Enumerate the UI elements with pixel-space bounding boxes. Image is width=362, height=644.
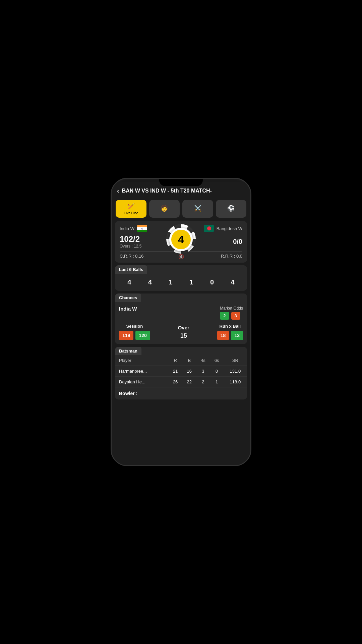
- player-2-6s: 1: [210, 377, 224, 387]
- ball-5: 0: [210, 278, 214, 286]
- runball-btn-2[interactable]: 13: [231, 331, 243, 340]
- chances-team-name: India W: [119, 306, 137, 312]
- col-6s: 6s: [210, 355, 224, 366]
- team-right-name: Bangldesh W: [217, 226, 242, 231]
- batsman-card: Batsman Player R B 4s 6s SR Harmanpree..…: [115, 347, 247, 399]
- table-header-row: Player R B 4s 6s SR: [115, 355, 247, 366]
- phone-frame: ‹ BAN W VS IND W - 5th T20 MATCH- 🏏 Live…: [111, 178, 251, 466]
- runball-btn-1[interactable]: 18: [217, 331, 229, 340]
- batsman-table: Player R B 4s 6s SR Harmanpree... 21 16 …: [115, 355, 247, 387]
- runball-block: Run x Ball 18 13: [217, 324, 243, 340]
- player-2-4s: 2: [196, 377, 210, 387]
- session-label: Session: [119, 324, 150, 329]
- bowler-row: Bowler :: [115, 387, 247, 399]
- over-label: Over: [178, 325, 189, 330]
- score-left: 102/2 Overs : 12.5: [120, 234, 141, 249]
- session-block: Session 119 120: [119, 324, 150, 340]
- col-4s: 4s: [196, 355, 210, 366]
- tab-bar: 🏏 Live Line 🧑 ⚔️ ⚽: [112, 198, 250, 221]
- score-overs: Overs : 12.5: [120, 244, 141, 249]
- chances-top-row: India W Market Odds 2 3: [119, 306, 243, 320]
- batsman-header: Batsman: [115, 347, 141, 355]
- back-button[interactable]: ‹: [117, 187, 119, 195]
- current-ball-badge: 4: [169, 228, 193, 251]
- player-1-b: 16: [182, 366, 196, 377]
- india-flag: ⊙: [137, 225, 147, 232]
- player-1-4s: 3: [196, 366, 210, 377]
- rrr-value: R.R.R : 0.0: [221, 254, 242, 259]
- table-row: Dayalan He... 26 22 2 1 118.0: [115, 377, 247, 387]
- col-b: B: [182, 355, 196, 366]
- phone-notch: [159, 179, 203, 186]
- over-value: 15: [178, 332, 189, 339]
- over-block: Over 15: [178, 325, 189, 339]
- bangladesh-flag: [204, 225, 214, 232]
- mute-icon[interactable]: 🔇: [178, 254, 184, 259]
- tab-ball[interactable]: ⚽: [216, 200, 247, 218]
- batsman-icon: 🧑: [161, 205, 168, 212]
- session-btn-1[interactable]: 119: [119, 331, 133, 340]
- player-1-name: Harmanpree...: [115, 366, 168, 377]
- ball-3: 1: [169, 278, 173, 286]
- player-2-name: Dayalan He...: [115, 377, 168, 387]
- runball-buttons: 18 13: [217, 331, 243, 340]
- score-right: 0/0: [233, 238, 242, 246]
- col-sr: SR: [224, 355, 247, 366]
- market-odds-label: Market Odds: [220, 306, 243, 311]
- col-player: Player: [115, 355, 168, 366]
- player-1-6s: 0: [210, 366, 224, 377]
- ball-4: 1: [189, 278, 193, 286]
- tab-scorecard[interactable]: ⚔️: [182, 200, 213, 218]
- last6balls-header: Last 6 Balls: [115, 265, 147, 274]
- session-buttons: 119 120: [119, 331, 150, 340]
- match-title: BAN W VS IND W - 5th T20 MATCH-: [122, 188, 212, 194]
- tab-liveline-label: Live Line: [124, 211, 138, 215]
- odds-back-btn[interactable]: 2: [220, 312, 229, 320]
- player-2-b: 22: [182, 377, 196, 387]
- ball-1: 4: [127, 278, 131, 286]
- liveline-icon: 🏏: [127, 203, 135, 210]
- col-r: R: [168, 355, 182, 366]
- team-left-name: India W: [120, 226, 134, 231]
- session-btn-2[interactable]: 120: [135, 331, 150, 340]
- chances-card: Chances India W Market Odds 2 3: [115, 293, 247, 344]
- score-section: India W ⊙ Bangldesh W 4: [115, 221, 247, 263]
- ball-6: 4: [231, 278, 235, 286]
- balls-row: 4 4 1 1 0 4: [115, 274, 247, 291]
- player-2-r: 26: [168, 377, 182, 387]
- tab-batsman[interactable]: 🧑: [149, 200, 180, 218]
- odds-lay-btn[interactable]: 3: [231, 312, 240, 320]
- scorecard-icon: ⚔️: [194, 205, 201, 212]
- runball-label: Run x Ball: [217, 324, 243, 329]
- player-1-sr: 131.0: [224, 366, 247, 377]
- session-row: Session 119 120 Over 15 Run x Ball 18: [119, 324, 243, 340]
- player-1-r: 21: [168, 366, 182, 377]
- tab-liveline[interactable]: 🏏 Live Line: [116, 200, 146, 218]
- chances-body: India W Market Odds 2 3 Session 11: [115, 302, 247, 344]
- score-main: 102/2: [120, 234, 141, 244]
- ball-icon: ⚽: [227, 205, 235, 212]
- market-odds-block: Market Odds 2 3: [220, 306, 243, 320]
- odds-buttons: 2 3: [220, 312, 243, 320]
- table-row: Harmanpree... 21 16 3 0 131.0: [115, 366, 247, 377]
- chances-header: Chances: [115, 293, 141, 302]
- last6balls-card: Last 6 Balls 4 4 1 1 0 4: [115, 265, 247, 291]
- phone-screen: ‹ BAN W VS IND W - 5th T20 MATCH- 🏏 Live…: [112, 182, 250, 465]
- crr-value: C.R.R : 8.16: [120, 254, 144, 259]
- ball-2: 4: [148, 278, 152, 286]
- player-2-sr: 118.0: [224, 377, 247, 387]
